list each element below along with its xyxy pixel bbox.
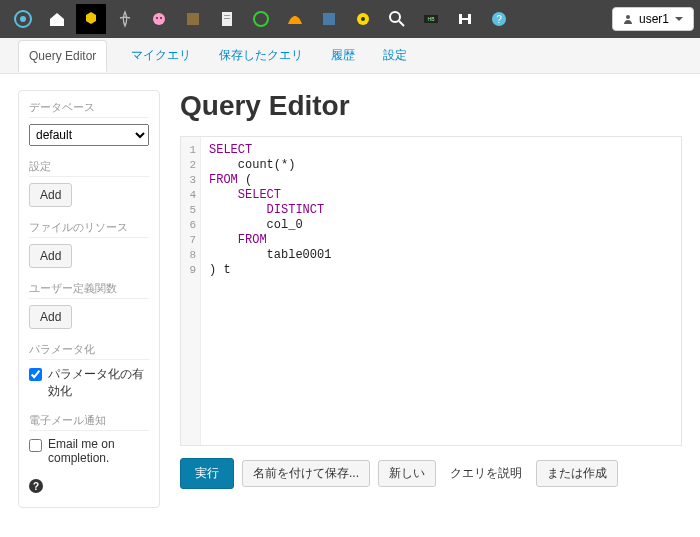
user-menu-button[interactable]: user1 xyxy=(612,7,694,31)
email-checkbox-row[interactable]: Email me on completion. xyxy=(29,437,149,465)
code-body[interactable]: SELECT count(*)FROM ( SELECT DISTINCT co… xyxy=(201,137,339,445)
impala-icon[interactable] xyxy=(110,4,140,34)
sidebar-database-title: データベース xyxy=(29,101,149,118)
sidebar-parameterize: パラメータ化 パラメータ化の有効化 xyxy=(29,343,149,400)
file-resources-add-button[interactable]: Add xyxy=(29,244,72,268)
parameterize-checkbox[interactable] xyxy=(29,368,42,381)
parameterize-checkbox-row[interactable]: パラメータ化の有効化 xyxy=(29,366,149,400)
line-number: 8 xyxy=(181,248,196,263)
svg-text:?: ? xyxy=(496,14,502,25)
svg-text:HB: HB xyxy=(428,16,436,22)
settings-add-button[interactable]: Add xyxy=(29,183,72,207)
caret-down-icon xyxy=(675,17,683,21)
page-title: Query Editor xyxy=(180,90,682,122)
tab-3[interactable]: 履歴 xyxy=(327,37,359,74)
filebrowser-icon[interactable] xyxy=(212,4,242,34)
user-label: user1 xyxy=(639,12,669,26)
database-select[interactable]: default xyxy=(29,124,149,146)
pig-icon[interactable] xyxy=(144,4,174,34)
footer-actions: 実行 名前を付けて保存... 新しい クエリを説明 または作成 xyxy=(180,458,682,489)
svg-point-3 xyxy=(156,17,158,19)
code-editor[interactable]: 123456789 SELECT count(*)FROM ( SELECT D… xyxy=(180,136,682,446)
save-as-button[interactable]: 名前を付けて保存... xyxy=(242,460,370,487)
sqoop-icon[interactable] xyxy=(348,4,378,34)
svg-rect-19 xyxy=(459,18,471,20)
sidebar-file-resources-title: ファイルのリソース xyxy=(29,221,149,238)
hbase-icon[interactable]: HB xyxy=(416,4,446,34)
sidebar-settings-title: 設定 xyxy=(29,160,149,177)
topbar: HB? user1 xyxy=(0,0,700,38)
sidebar-file-resources: ファイルのリソース Add xyxy=(29,221,149,268)
svg-point-13 xyxy=(390,12,400,22)
line-number: 5 xyxy=(181,203,196,218)
svg-line-14 xyxy=(399,21,404,26)
svg-point-1 xyxy=(20,16,26,22)
line-number: 1 xyxy=(181,143,196,158)
sidebar-parameterize-title: パラメータ化 xyxy=(29,343,149,360)
sidebar: データベース default 設定 Add ファイルのリソース Add ユーザー… xyxy=(18,90,160,508)
topbar-icons: HB? xyxy=(6,4,516,34)
svg-point-2 xyxy=(153,13,165,25)
svg-point-22 xyxy=(626,15,630,19)
tab-0[interactable]: Query Editor xyxy=(18,40,107,72)
content: Query Editor 123456789 SELECT count(*)FR… xyxy=(180,90,682,508)
svg-rect-8 xyxy=(224,18,230,19)
beeswax-icon[interactable] xyxy=(76,4,106,34)
code-gutter: 123456789 xyxy=(181,137,201,445)
tab-1[interactable]: マイクエリ xyxy=(127,37,195,74)
user-icon xyxy=(623,14,633,24)
svg-rect-7 xyxy=(224,15,230,16)
sidebar-udf: ユーザー定義関数 Add xyxy=(29,282,149,329)
search-icon[interactable] xyxy=(382,4,412,34)
email-checkbox[interactable] xyxy=(29,439,42,452)
execute-button[interactable]: 実行 xyxy=(180,458,234,489)
tab-2[interactable]: 保存したクエリ xyxy=(215,37,307,74)
sidebar-settings: 設定 Add xyxy=(29,160,149,207)
or-create-button[interactable]: または作成 xyxy=(536,460,618,487)
sidebar-email: 電子メール通知 Email me on completion. xyxy=(29,414,149,465)
tab-4[interactable]: 設定 xyxy=(379,37,411,74)
subtabs: Query Editorマイクエリ保存したクエリ履歴設定 xyxy=(0,38,700,74)
jobbrowser-icon[interactable] xyxy=(246,4,276,34)
home-icon[interactable] xyxy=(42,4,72,34)
new-button[interactable]: 新しい xyxy=(378,460,436,487)
svg-point-9 xyxy=(254,12,268,26)
sidebar-email-title: 電子メール通知 xyxy=(29,414,149,431)
line-number: 2 xyxy=(181,158,196,173)
main: データベース default 設定 Add ファイルのリソース Add ユーザー… xyxy=(0,74,700,524)
line-number: 3 xyxy=(181,173,196,188)
logo-icon[interactable] xyxy=(8,4,38,34)
svg-rect-5 xyxy=(187,13,199,25)
udf-add-button[interactable]: Add xyxy=(29,305,72,329)
svg-point-4 xyxy=(160,17,162,19)
help-icon[interactable]: ? xyxy=(29,479,43,493)
line-number: 7 xyxy=(181,233,196,248)
oozie-icon[interactable] xyxy=(178,4,208,34)
line-number: 9 xyxy=(181,263,196,278)
explain-link[interactable]: クエリを説明 xyxy=(444,465,528,482)
svg-point-12 xyxy=(361,17,365,21)
line-number: 4 xyxy=(181,188,196,203)
hdfs-icon[interactable] xyxy=(450,4,480,34)
help-icon[interactable]: ? xyxy=(484,4,514,34)
sidebar-udf-title: ユーザー定義関数 xyxy=(29,282,149,299)
spark-icon[interactable] xyxy=(314,4,344,34)
svg-rect-10 xyxy=(323,13,335,25)
email-label: Email me on completion. xyxy=(48,437,149,465)
sidebar-database: データベース default xyxy=(29,101,149,146)
line-number: 6 xyxy=(181,218,196,233)
metastore-icon[interactable] xyxy=(280,4,310,34)
parameterize-label: パラメータ化の有効化 xyxy=(48,366,149,400)
